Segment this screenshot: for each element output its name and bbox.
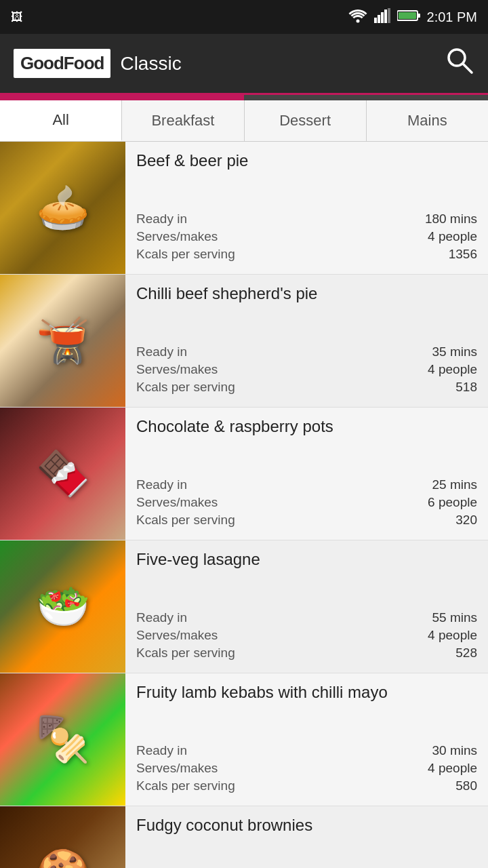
- kcals-value: 528: [455, 646, 477, 660]
- tab-mains[interactable]: Mains: [367, 100, 488, 141]
- svg-rect-3: [381, 12, 384, 23]
- kcals-row: Kcals per serving 320: [136, 513, 477, 528]
- ready-in-value: 30 mins: [432, 743, 477, 758]
- image-icon: 🖼: [11, 10, 23, 24]
- recipe-thumbnail: 🍢: [0, 673, 125, 806]
- serves-row: Serves/makes 4 people: [136, 362, 477, 377]
- svg-rect-7: [418, 14, 420, 18]
- kcals-label: Kcals per serving: [136, 380, 235, 395]
- ready-in-row: Ready in 180 mins: [136, 212, 477, 226]
- status-bar-left: 🖼: [11, 10, 23, 24]
- battery-icon: [397, 9, 420, 25]
- kcals-row: Kcals per serving 518: [136, 380, 477, 395]
- recipe-name: Fudgy coconut brownies: [136, 816, 477, 835]
- recipe-image: 🍪: [0, 806, 125, 868]
- search-button[interactable]: [445, 45, 474, 81]
- status-bar: 🖼 2:01 PM: [0, 0, 488, 34]
- recipe-details: Ready in 30 mins Serves/makes 4 people K…: [136, 715, 477, 796]
- signal-icon: [374, 8, 390, 26]
- svg-rect-5: [388, 8, 390, 23]
- ready-in-value: 180 mins: [425, 212, 477, 226]
- ready-in-value: 55 mins: [432, 610, 477, 625]
- recipe-details: Ready in 45 mins Serves/makes 12 people …: [136, 848, 477, 868]
- ready-in-label: Ready in: [136, 610, 187, 625]
- recipe-item[interactable]: 🫕 Chilli beef shepherd's pie Ready in 35…: [0, 275, 488, 408]
- kcals-label: Kcals per serving: [136, 247, 235, 262]
- recipe-thumbnail: 🥧: [0, 142, 125, 274]
- serves-label: Serves/makes: [136, 362, 218, 377]
- recipe-image: 🥗: [0, 540, 125, 673]
- ready-in-label: Ready in: [136, 743, 187, 758]
- serves-value: 6 people: [428, 495, 477, 510]
- accent-bar: [0, 95, 488, 100]
- ready-in-label: Ready in: [136, 477, 187, 492]
- recipe-item[interactable]: 🥧 Beef & beer pie Ready in 180 mins Serv…: [0, 142, 488, 275]
- ready-in-label: Ready in: [136, 212, 187, 226]
- ready-in-row: Ready in 25 mins: [136, 477, 477, 492]
- recipe-item[interactable]: 🍪 Fudgy coconut brownies Ready in 45 min…: [0, 806, 488, 868]
- ready-in-label: Ready in: [136, 344, 187, 359]
- serves-value: 4 people: [428, 628, 477, 643]
- recipe-item[interactable]: 🍫 Chocolate & raspberry pots Ready in 25…: [0, 408, 488, 540]
- svg-line-10: [463, 64, 472, 73]
- recipe-thumbnail: 🍫: [0, 408, 125, 540]
- ready-in-row: Ready in 30 mins: [136, 743, 477, 758]
- recipe-info: Beef & beer pie Ready in 180 mins Serves…: [125, 142, 488, 274]
- svg-rect-2: [378, 15, 380, 23]
- recipe-image: 🍫: [0, 408, 125, 540]
- kcals-value: 518: [455, 380, 477, 395]
- kcals-label: Kcals per serving: [136, 778, 235, 793]
- serves-row: Serves/makes 6 people: [136, 495, 477, 510]
- recipe-name: Fruity lamb kebabs with chilli mayo: [136, 683, 477, 703]
- serves-row: Serves/makes 4 people: [136, 229, 477, 244]
- recipe-name: Chocolate & raspberry pots: [136, 417, 477, 437]
- header-title: Classic: [120, 53, 181, 75]
- recipe-item[interactable]: 🍢 Fruity lamb kebabs with chilli mayo Re…: [0, 673, 488, 806]
- svg-rect-1: [374, 18, 377, 23]
- recipe-name: Five-veg lasagne: [136, 550, 477, 570]
- serves-label: Serves/makes: [136, 761, 218, 776]
- recipe-list: 🥧 Beef & beer pie Ready in 180 mins Serv…: [0, 142, 488, 868]
- app-header: GoodFood Classic: [0, 34, 488, 95]
- kcals-value: 320: [455, 513, 477, 528]
- svg-rect-8: [399, 12, 416, 19]
- recipe-image: 🍢: [0, 673, 125, 806]
- recipe-thumbnail: 🫕: [0, 275, 125, 407]
- kcals-value: 580: [455, 778, 477, 793]
- serves-value: 4 people: [428, 229, 477, 244]
- time-display: 2:01 PM: [427, 9, 477, 25]
- ready-in-row: Ready in 55 mins: [136, 610, 477, 625]
- recipe-info: Fruity lamb kebabs with chilli mayo Read…: [125, 673, 488, 806]
- kcals-value: 1356: [449, 247, 477, 262]
- kcals-label: Kcals per serving: [136, 646, 235, 660]
- recipe-details: Ready in 180 mins Serves/makes 4 people …: [136, 183, 477, 264]
- tab-dessert[interactable]: Dessert: [245, 100, 367, 141]
- recipe-details: Ready in 55 mins Serves/makes 4 people K…: [136, 582, 477, 663]
- serves-row: Serves/makes 4 people: [136, 628, 477, 643]
- serves-label: Serves/makes: [136, 495, 218, 510]
- ready-in-value: 35 mins: [432, 344, 477, 359]
- ready-in-value: 25 mins: [432, 477, 477, 492]
- serves-value: 4 people: [428, 761, 477, 776]
- recipe-thumbnail: 🥗: [0, 540, 125, 673]
- wifi-icon: [348, 8, 367, 26]
- kcals-row: Kcals per serving 580: [136, 778, 477, 793]
- status-bar-right: 2:01 PM: [348, 8, 477, 26]
- recipe-info: Chocolate & raspberry pots Ready in 25 m…: [125, 408, 488, 540]
- recipe-info: Fudgy coconut brownies Ready in 45 mins …: [125, 806, 488, 868]
- kcals-row: Kcals per serving 1356: [136, 247, 477, 262]
- kcals-row: Kcals per serving 528: [136, 646, 477, 660]
- header-left: GoodFood Classic: [14, 49, 182, 78]
- recipe-details: Ready in 35 mins Serves/makes 4 people K…: [136, 316, 477, 397]
- serves-value: 4 people: [428, 362, 477, 377]
- svg-point-0: [356, 19, 359, 22]
- recipe-thumbnail: 🍪: [0, 806, 125, 868]
- serves-label: Serves/makes: [136, 229, 218, 244]
- recipe-image: 🫕: [0, 275, 125, 407]
- recipe-name: Chilli beef shepherd's pie: [136, 284, 477, 304]
- recipe-item[interactable]: 🥗 Five-veg lasagne Ready in 55 mins Serv…: [0, 540, 488, 673]
- tab-breakfast[interactable]: Breakfast: [122, 100, 244, 141]
- recipe-name: Beef & beer pie: [136, 151, 477, 171]
- tab-all[interactable]: All: [0, 100, 122, 141]
- serves-row: Serves/makes 4 people: [136, 761, 477, 776]
